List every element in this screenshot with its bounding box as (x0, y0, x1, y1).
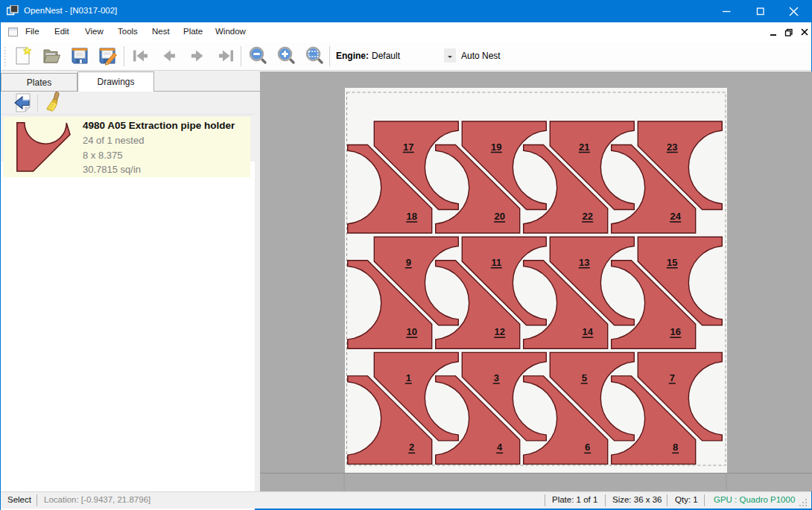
svg-text:5: 5 (582, 372, 587, 383)
svg-text:15: 15 (667, 257, 677, 268)
svg-text:19: 19 (491, 141, 501, 153)
svg-text:20: 20 (494, 211, 504, 222)
svg-text:18: 18 (406, 211, 416, 222)
svg-text:1: 1 (406, 372, 411, 383)
svg-text:10: 10 (406, 326, 416, 337)
svg-text:13: 13 (579, 257, 589, 268)
svg-text:24: 24 (670, 211, 681, 222)
svg-text:11: 11 (491, 257, 501, 268)
svg-text:2: 2 (409, 442, 414, 453)
svg-text:16: 16 (670, 326, 680, 337)
svg-text:21: 21 (579, 141, 589, 153)
svg-text:6: 6 (585, 442, 590, 453)
svg-text:7: 7 (670, 372, 675, 383)
svg-text:23: 23 (667, 141, 677, 153)
svg-text:22: 22 (582, 211, 592, 222)
svg-text:9: 9 (406, 257, 411, 268)
svg-text:4: 4 (497, 442, 503, 453)
svg-text:8: 8 (673, 442, 678, 453)
svg-text:17: 17 (403, 141, 413, 153)
svg-text:14: 14 (582, 326, 593, 337)
svg-text:3: 3 (494, 372, 499, 383)
svg-text:12: 12 (494, 326, 504, 337)
